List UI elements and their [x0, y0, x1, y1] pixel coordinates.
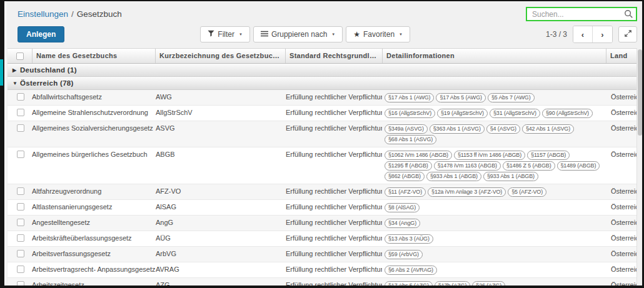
group-row[interactable]: ▶Deutschland (1): [8, 64, 642, 77]
detail-tag[interactable]: §4 (ASVG): [486, 124, 520, 134]
law-code: ArbVG: [155, 247, 285, 261]
expand-button[interactable]: [618, 26, 637, 42]
filter-icon: [208, 30, 214, 39]
detail-tag[interactable]: §1478 iVm 1163 (ABGB): [434, 161, 501, 171]
pager-next-button[interactable]: ›: [593, 26, 612, 42]
table-row[interactable]: AltfahrzeugverordnungAFZ-VOErfüllung rec…: [8, 184, 642, 200]
column-header-name[interactable]: Name des Gesetzbuchs: [32, 49, 155, 63]
group-row[interactable]: ▼Österreich (78): [8, 77, 642, 90]
detail-tag[interactable]: §1486 Z 5 (ABGB): [503, 161, 555, 171]
detail-tag[interactable]: §17 Abs 5 (AZG): [385, 281, 433, 286]
select-all-checkbox[interactable]: [16, 52, 24, 60]
detail-tags: §1062 iVm 1486 (ABGB)§1153 ff iVm 1486 (…: [382, 147, 606, 184]
breadcrumb-separator: /: [71, 9, 74, 19]
search-input[interactable]: [526, 7, 637, 21]
detail-tag[interactable]: §16 (AllgStrSchV): [385, 109, 435, 118]
detail-tag[interactable]: §90 (AllgStrSchV): [542, 109, 593, 118]
search-options: Filter ▼ Gruppieren nach ▼ ★ Favoriten ▼: [200, 26, 410, 42]
row-checkbox[interactable]: [17, 109, 24, 116]
detail-tag[interactable]: §1153 ff iVm 1486 (ABGB): [454, 151, 525, 160]
table-row[interactable]: ArbeitszeitgesetzAZGErfüllung rechtliche…: [8, 278, 642, 286]
detail-tags: §34 (AngG): [382, 216, 606, 231]
row-checkbox[interactable]: [17, 281, 24, 286]
breadcrumb-current: Gesetzbuch: [77, 9, 122, 19]
detail-tag[interactable]: §933 Abs 1 (ABGB): [483, 172, 538, 181]
row-checkbox[interactable]: [17, 266, 24, 273]
table-row[interactable]: Arbeitsvertragsrecht- AnpassungsgesetzAV…: [8, 262, 642, 278]
column-header-code[interactable]: Kurzbezeichnung des Gesetzbuches …: [155, 49, 285, 63]
row-checkbox[interactable]: [17, 219, 24, 226]
table-row[interactable]: AngestelltengesetzAngGErfüllung rechtlic…: [8, 216, 642, 231]
detail-tag[interactable]: §1062 iVm 1486 (ABGB): [385, 151, 452, 160]
detail-tag[interactable]: §19 (AllgStrSchV): [437, 109, 488, 118]
row-checkbox[interactable]: [17, 234, 24, 242]
law-name: Altfahrzeugverordnung: [32, 184, 155, 198]
row-checkbox[interactable]: [17, 250, 24, 257]
detail-tag[interactable]: §59 (ArbVG): [385, 250, 423, 259]
control-panel-buttons: Anlegen Filter ▼ Gruppieren nach ▼ ★ Fav…: [6, 24, 642, 48]
table-row[interactable]: ArbeitskräfteüberlassungsgesetzAÜGErfüll…: [8, 231, 642, 247]
create-button[interactable]: Anlegen: [18, 26, 64, 42]
column-header-details[interactable]: Detailinformationen: [382, 49, 606, 63]
breadcrumb-link-einstellungen[interactable]: Einstellungen: [18, 9, 68, 19]
detail-tags: §17 Abs 5 (AZG)§17b (AZG)§26 (AZG): [382, 278, 606, 286]
law-code: AZG: [155, 278, 285, 286]
row-checkbox[interactable]: [17, 203, 24, 211]
legal-basis: Erfüllung rechtlicher Verpflichtung: [285, 262, 382, 276]
detail-tag[interactable]: §26 (AZG): [472, 281, 505, 286]
search-icon[interactable]: [624, 9, 633, 21]
detail-tag[interactable]: §6 Abs 2 (AVRAG): [385, 266, 437, 275]
row-checkbox[interactable]: [17, 93, 24, 101]
law-name: Allgemeines Sozialversicherungsgesetz: [32, 121, 155, 135]
frame-accent-bar: [0, 59, 3, 86]
detail-tag[interactable]: §68 Abs 1 (ASVG): [385, 135, 436, 144]
pager-prev-button[interactable]: ‹: [573, 26, 593, 42]
detail-tags: §13 Abs 3 (AÜG): [382, 231, 606, 246]
legal-basis: Erfüllung rechtlicher Verpflichtung: [285, 216, 382, 229]
filter-label: Filter: [218, 30, 234, 39]
detail-tag[interactable]: §8 (AlSAG): [385, 203, 420, 212]
law-code: ABGB: [155, 147, 285, 161]
control-panel-top: Einstellungen/Gesetzbuch: [6, 1, 642, 24]
detail-tag[interactable]: §1489 (ABGB): [557, 161, 600, 171]
detail-tag[interactable]: §363 Abs 1 (ASVG): [430, 124, 485, 134]
detail-tag[interactable]: §5 Abs 7 (AWG): [488, 93, 535, 102]
detail-tag[interactable]: §17b (AZG): [435, 281, 471, 286]
scrollbar-thumb[interactable]: [638, 49, 642, 136]
detail-tag[interactable]: §12a iVm Anlage 3 (AFZ-VO): [428, 187, 506, 197]
table-row[interactable]: Allgemeine StrahlenschutzverordnungAllgS…: [8, 106, 642, 121]
column-header-basis[interactable]: Standard Rechtsgrundlage: [285, 49, 382, 63]
detail-tag[interactable]: §31 (AllgStrSchV): [490, 109, 540, 118]
detail-tag[interactable]: §862 (ABGB): [385, 172, 425, 181]
filter-button[interactable]: Filter ▼: [200, 26, 250, 42]
favorites-button[interactable]: ★ Favoriten ▼: [346, 26, 410, 42]
detail-tag[interactable]: §17 Abs 1 (AWG): [385, 93, 434, 102]
law-code: AFZ-VO: [155, 184, 285, 198]
table-row[interactable]: ArbeitsverfassungsgesetzArbVGErfüllung r…: [8, 247, 642, 262]
detail-tag[interactable]: §5 (AFZ-VO): [508, 187, 546, 197]
row-checkbox[interactable]: [17, 151, 24, 158]
row-checkbox[interactable]: [17, 124, 24, 132]
favorites-label: Favoriten: [363, 30, 395, 39]
detail-tag[interactable]: §17 Abs 5 (AWG): [436, 93, 485, 102]
law-code: AlSAG: [155, 200, 285, 214]
detail-tag[interactable]: §933 Abs 1 (ABGB): [426, 172, 481, 181]
vertical-scrollbar[interactable]: [636, 48, 642, 286]
pager: 1-3 / 3 ‹ ›: [546, 26, 637, 43]
table-row[interactable]: AltlastensanierungsgesetzAlSAGErfüllung …: [8, 200, 642, 216]
detail-tag[interactable]: §349a (ASVG): [385, 124, 428, 134]
detail-tag[interactable]: §1295 ff (ABGB): [385, 161, 432, 171]
row-checkbox[interactable]: [17, 187, 24, 195]
law-name: Altlastensanierungsgesetz: [32, 200, 155, 214]
groupby-button[interactable]: Gruppieren nach ▼: [253, 26, 343, 42]
table-row[interactable]: Allgemeines bürgerliches GesetzbuchABGBE…: [8, 147, 642, 184]
detail-tag[interactable]: §13 Abs 3 (AÜG): [385, 234, 433, 244]
table-row[interactable]: AbfallwirtschaftsgesetzAWGErfüllung rech…: [8, 90, 642, 106]
detail-tag[interactable]: §11 (AFZ-VO): [385, 187, 426, 197]
table-wrap: Name des Gesetzbuchs Kurzbezeichnung des…: [6, 48, 642, 286]
detail-tag[interactable]: §1157 (ABGB): [527, 151, 570, 160]
table-row[interactable]: Allgemeines SozialversicherungsgesetzASV…: [8, 121, 642, 147]
detail-tag[interactable]: §42 Abs 1 (ASVG): [522, 124, 574, 134]
detail-tag[interactable]: §34 (AngG): [385, 219, 420, 228]
law-name: Arbeitskräfteüberlassungsgesetz: [32, 231, 155, 245]
